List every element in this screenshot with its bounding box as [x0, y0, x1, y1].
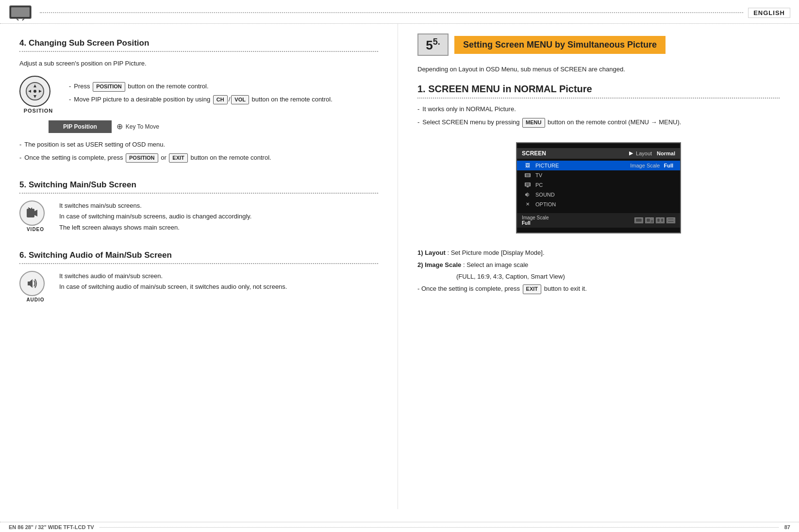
- key-to-move-label: Key To Move: [126, 123, 159, 130]
- section-4-title: 4. Changing Sub Screen Position: [19, 38, 378, 52]
- page-header: ENGLISH: [0, 0, 799, 24]
- svg-point-9: [33, 90, 36, 93]
- osd-bottom-icons: [634, 217, 675, 223]
- section-55-desc: Depending on Layout in OSD Menu, sub men…: [417, 65, 780, 75]
- sub-section-1-title: 1. SCREEN MENU in NORMAL Picture: [417, 83, 780, 99]
- svg-rect-21: [651, 218, 652, 219]
- position-icon: [19, 76, 50, 107]
- right-bullet-2: - Select SCREEN menu by pressing MENU bu…: [417, 117, 780, 128]
- exit-key: EXIT: [169, 153, 187, 163]
- section-5-title: 5. Switching Main/Sub Screen: [19, 180, 378, 194]
- svg-rect-23: [657, 218, 660, 222]
- position-label: POSITION: [24, 108, 53, 114]
- bullet-4: - Once the setting is complete, press PO…: [19, 153, 378, 163]
- numbered-1: 1) Layout : Set Picture mode [Display Mo…: [417, 248, 780, 258]
- osd-item-picture: 🖼 PICTURE Image Scale Full: [517, 161, 680, 170]
- left-column: 4. Changing Sub Screen Position Adjust a…: [0, 24, 398, 509]
- section-6-text: It switches audio of main/sub screen. In…: [59, 271, 287, 292]
- svg-rect-14: [526, 183, 530, 186]
- svg-rect-1: [11, 7, 30, 17]
- section-4-bullets: - Press POSITION button on the remote co…: [69, 82, 333, 108]
- svg-marker-10: [34, 210, 37, 216]
- position-display-row: POSITION - Press POSITION button on the …: [19, 76, 378, 114]
- numbered-2-sub: (FULL, 16:9, 4:3, Caption, Smart View): [417, 272, 780, 282]
- move-arrow-icon: ⊕: [117, 122, 123, 131]
- bullet-1: - Press POSITION button on the remote co…: [69, 82, 333, 92]
- pip-position-box: PIP Position: [49, 120, 112, 133]
- footer-left: EN 86 28" / 32" WIDE TFT-LCD TV: [9, 524, 94, 530]
- svg-rect-25: [661, 218, 663, 222]
- english-label: ENGLISH: [748, 8, 790, 18]
- svg-rect-19: [647, 218, 650, 222]
- menu-key: MENU: [522, 118, 545, 128]
- section-5-content: VIDEO It switches main/sub screens. In c…: [19, 200, 378, 233]
- osd-bottom-bar: Image Scale Full: [517, 213, 680, 228]
- section-5: 5. Switching Main/Sub Screen VIDEO It: [19, 180, 378, 233]
- section-4: 4. Changing Sub Screen Position Adjust a…: [19, 38, 378, 163]
- audio-icon-circle: [19, 271, 45, 296]
- bullet-2: - Move PIP picture to a desirable positi…: [69, 95, 333, 105]
- page-footer: EN 86 28" / 32" WIDE TFT-LCD TV 87: [0, 522, 799, 532]
- pip-osd-row: PIP Position ⊕ Key To Move: [49, 120, 378, 133]
- vol-key: VOL: [231, 95, 249, 105]
- svg-rect-12: [526, 174, 530, 177]
- osd-item-sound: SOUND: [517, 190, 680, 200]
- ch-key: CH: [213, 95, 228, 105]
- key-to-move: ⊕ Key To Move: [117, 122, 159, 131]
- osd-item-option: ✕ OPTION: [517, 200, 680, 209]
- position-key: POSITION: [93, 82, 125, 92]
- section-6: 6. Switching Audio of Main/Sub Screen AU…: [19, 250, 378, 302]
- section-55-title: Setting Screen MENU by Simultaneous Pict…: [454, 36, 666, 54]
- header-dots: [40, 12, 743, 13]
- numbered-2: 2) Image Scale : Select an image scale: [417, 260, 780, 270]
- section-55-heading: 55. Setting Screen MENU by Simultaneous …: [417, 33, 780, 56]
- video-icon-circle: [19, 200, 45, 226]
- position-icon-wrap: POSITION: [19, 76, 57, 114]
- audio-icon-label: AUDIO: [26, 297, 44, 302]
- svg-rect-27: [668, 218, 674, 219]
- section-6-content: AUDIO It switches audio of main/sub scre…: [19, 271, 378, 302]
- main-content: 4. Changing Sub Screen Position Adjust a…: [0, 24, 799, 509]
- osd-item-tv: TV: [517, 170, 680, 180]
- right-column: 55. Setting Screen MENU by Simultaneous …: [398, 24, 799, 509]
- svg-rect-29: [668, 221, 674, 222]
- position-key-2: POSITION: [126, 153, 158, 163]
- osd-top-bar: SCREEN ▶ Layout Normal: [517, 148, 680, 159]
- section-55-num: 55.: [417, 33, 449, 56]
- section-6-title: 6. Switching Audio of Main/Sub Screen: [19, 250, 378, 264]
- tv-icon: [9, 4, 32, 21]
- sub-section-1: 1. SCREEN MENU in NORMAL Picture - It wo…: [417, 83, 780, 294]
- osd-screen: SCREEN ▶ Layout Normal 🖼 PICTURE Image S…: [516, 142, 681, 233]
- exit-key-2: EXIT: [523, 284, 541, 294]
- svg-rect-15: [527, 186, 529, 187]
- svg-rect-17: [636, 218, 642, 222]
- numbered-3: - Once the setting is complete, press EX…: [417, 284, 780, 294]
- section-5-text: It switches main/sub screens. In case of…: [59, 200, 251, 233]
- osd-item-pc: PC: [517, 180, 680, 190]
- footer-dots: [100, 527, 778, 528]
- bullet-3: - The position is set as USER setting of…: [19, 140, 378, 150]
- right-bullet-1: - It works only in NORMAL Picture.: [417, 104, 780, 115]
- footer-right: 87: [784, 524, 790, 530]
- section-4-desc: Adjust a sub screen's position on PIP Pi…: [19, 59, 378, 69]
- video-icon-label: VIDEO: [27, 227, 44, 232]
